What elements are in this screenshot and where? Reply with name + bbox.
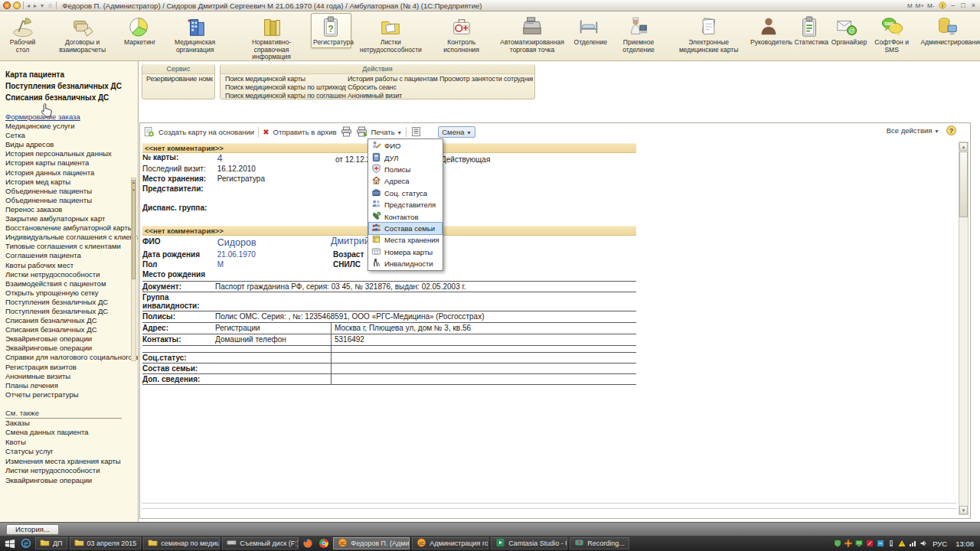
sidebar-item[interactable]: Сетка bbox=[5, 131, 138, 140]
last-name-value[interactable]: Сидоров bbox=[217, 237, 256, 248]
action-command[interactable]: Поиск медицинской карты bbox=[225, 75, 346, 83]
see-also-item[interactable]: Квоты bbox=[5, 438, 138, 448]
see-also-item[interactable]: Листки нетрудоспособности bbox=[5, 466, 138, 476]
menu-item-storage-box[interactable]: Места хранения bbox=[369, 234, 442, 246]
menu-item-disability-person[interactable]: Инвалидности bbox=[369, 258, 442, 269]
ribbon-section-pie-chart[interactable]: Маркетинг bbox=[122, 13, 155, 48]
printer-settings-icon[interactable] bbox=[356, 126, 368, 137]
sidebar-item[interactable]: Отчеты регистратуры bbox=[5, 390, 138, 399]
sidebar-item[interactable]: Эквайринговые операции bbox=[5, 344, 138, 353]
sidebar-item[interactable]: Открыть упрощенную сетку bbox=[5, 289, 138, 298]
sidebar-item[interactable]: Эквайринговые операции bbox=[5, 334, 138, 344]
ribbon-section-desk-lamp[interactable]: Рабочий стол bbox=[2, 13, 43, 55]
see-also-item[interactable]: Изменения места хранения карты bbox=[5, 457, 138, 467]
ribbon-section-registry-clipboard[interactable]: ?Регистратура bbox=[311, 13, 351, 48]
sidebar-primary-item[interactable]: Списания безналичных ДС bbox=[5, 92, 138, 103]
memory-button-mplus[interactable]: M+ bbox=[914, 2, 926, 9]
ribbon-section-manager-person[interactable]: Руководитель bbox=[748, 13, 789, 48]
sidebar-item[interactable]: Планы лечения bbox=[5, 381, 138, 390]
action-command[interactable]: Поиск медицинской карты по штрихкоду bbox=[225, 83, 346, 92]
menu-item-person-edit[interactable]: ФИО bbox=[369, 140, 442, 152]
all-actions-button[interactable]: Все действия ▼ bbox=[887, 126, 939, 135]
volume-icon[interactable] bbox=[920, 540, 927, 547]
menu-item-family-group[interactable]: Состава семьи bbox=[369, 223, 442, 234]
sidebar-item[interactable]: Анонимные визиты bbox=[5, 372, 138, 381]
chrome-icon[interactable] bbox=[317, 537, 331, 549]
taskbar-button[interactable]: 1САдминистрация гор... bbox=[412, 537, 488, 549]
sidebar-scrollbar-thumb[interactable]: ▴▾ bbox=[132, 180, 136, 279]
ribbon-section-admin-database[interactable]: Администрирование bbox=[918, 13, 978, 48]
birth-date-value[interactable]: 21.06.1970 bbox=[217, 250, 256, 259]
nav-forward-icon[interactable]: ▸ bbox=[33, 2, 38, 9]
taskbar-button[interactable]: 1СФедоров П. (Админи... bbox=[333, 537, 410, 549]
ribbon-section-softphone-sms[interactable]: SMSСофтФон и SMS bbox=[867, 13, 916, 55]
menu-item-representative-people[interactable]: Представителя bbox=[369, 199, 442, 210]
sidebar-item[interactable]: Квоты рабочих мест bbox=[5, 261, 138, 270]
ribbon-section-reference-books[interactable]: Нормативно-справочная информация bbox=[234, 13, 309, 63]
taskbar-button[interactable]: 03 апреля 2015 bbox=[70, 537, 142, 549]
see-also-item[interactable]: Смена данных пациента bbox=[5, 428, 138, 438]
form-scrollbar-thumb[interactable] bbox=[959, 152, 968, 217]
sidebar-item[interactable]: Перенос заказов bbox=[5, 205, 138, 214]
action-command[interactable]: Поиск медицинской карты по соглашению bbox=[225, 92, 346, 100]
network-icon[interactable] bbox=[909, 540, 916, 547]
sidebar-item[interactable]: История карты пациента bbox=[5, 158, 138, 168]
create-card-button[interactable]: Создать карту на основании bbox=[158, 128, 254, 136]
internet-explorer-icon[interactable]: e bbox=[19, 537, 33, 549]
report-icon[interactable] bbox=[410, 126, 422, 137]
ribbon-section-control-medkit[interactable]: Контроль исполнения bbox=[430, 13, 493, 55]
menu-item-social-briefcase[interactable]: Соц. статуса bbox=[369, 187, 442, 199]
sidebar-item[interactable]: Листки нетрудоспособности bbox=[5, 270, 138, 279]
sidebar-item[interactable]: Взаимодействия с пациентом bbox=[5, 279, 138, 289]
close-button[interactable]: × bbox=[970, 2, 977, 9]
sidebar-item[interactable]: Закрытие амбулаторных карт bbox=[5, 214, 138, 223]
sidebar-item[interactable]: Виды адресов bbox=[5, 140, 138, 149]
taskbar-button[interactable]: Camtasia Studio - U... bbox=[491, 537, 567, 549]
menu-item-contacts-phone[interactable]: Контактов bbox=[369, 210, 442, 222]
warning-icon[interactable]: ! bbox=[898, 540, 906, 547]
blue-app-icon[interactable] bbox=[877, 540, 884, 547]
flower-icon[interactable] bbox=[844, 540, 852, 547]
ribbon-section-med-cards[interactable]: Электронные медицинские карты bbox=[671, 13, 746, 55]
sidebar-primary-item[interactable]: Карта пациента bbox=[5, 69, 138, 80]
taskbar-button[interactable]: семинар по медици... bbox=[143, 537, 220, 549]
form-scrollbar[interactable]: ▲ ▼ bbox=[959, 142, 969, 515]
help-button[interactable]: ? bbox=[946, 126, 956, 135]
history-button[interactable]: История... bbox=[6, 524, 59, 535]
sidebar-scrollbar[interactable]: ▴▾ bbox=[131, 178, 136, 361]
action-command[interactable]: Сбросить сеанс bbox=[348, 83, 438, 92]
scroll-up-icon[interactable]: ▲ bbox=[959, 142, 968, 151]
sidebar-item[interactable]: Соглашения пациента bbox=[5, 251, 138, 260]
sex-value[interactable]: М bbox=[217, 260, 224, 269]
menu-item-polis-shield[interactable]: Полисы bbox=[369, 164, 442, 175]
ribbon-section-clinic-building[interactable]: Медицинская организация bbox=[158, 13, 232, 55]
action-command[interactable]: Просмотр занятости сотрудников bbox=[439, 75, 533, 83]
sidebar-item[interactable]: Типовые соглашения с клиентами bbox=[5, 242, 138, 251]
menu-item-address-house[interactable]: Адреса bbox=[369, 175, 442, 187]
sidebar-item[interactable]: Восстановление амбулаторной карты bbox=[5, 223, 138, 233]
menu-item-card-number-grid[interactable]: Номера карты bbox=[369, 246, 442, 258]
start-button[interactable] bbox=[3, 537, 17, 549]
restore-button[interactable]: □ bbox=[959, 2, 966, 9]
ribbon-section-contracts[interactable]: Договоры и взаиморасчеты bbox=[45, 13, 119, 55]
ribbon-section-statistics-clipboard[interactable]: Статистика bbox=[792, 13, 826, 48]
sidebar-item[interactable]: Формирование заказа bbox=[5, 112, 138, 122]
phone-icon[interactable] bbox=[887, 540, 895, 547]
nav-history-chevron-icon[interactable]: ▾ bbox=[40, 2, 44, 9]
info-icon[interactable]: i bbox=[939, 2, 946, 9]
sidebar-primary-item[interactable]: Поступления безналичных ДС bbox=[5, 80, 138, 92]
sidebar-item[interactable]: Объединенные пациенты bbox=[5, 187, 138, 196]
ribbon-section-cash-register[interactable]: Автоматизированная торговая точка bbox=[495, 13, 570, 55]
card-number-value[interactable]: 4 bbox=[217, 153, 223, 164]
sidebar-item[interactable]: Справки для налогового социального вы... bbox=[5, 353, 138, 362]
sidebar-item[interactable]: Индивидуальные соглашения с клиентами bbox=[5, 233, 138, 242]
send-to-archive-button[interactable]: Отправить в архив bbox=[273, 128, 337, 136]
sidebar-item[interactable]: Объединенные пациенты bbox=[5, 196, 138, 205]
favorites-star-icon[interactable]: ☆ bbox=[47, 2, 54, 9]
action-command[interactable]: История работы с пациентами bbox=[348, 75, 438, 83]
scroll-down-icon[interactable]: ▼ bbox=[959, 506, 968, 514]
shield-icon[interactable] bbox=[834, 540, 841, 547]
menu-item-id-document[interactable]: ДУЛ bbox=[369, 152, 442, 163]
see-also-item[interactable]: Статусы услуг bbox=[5, 447, 138, 457]
sidebar-item[interactable]: Медицинские услуги bbox=[5, 122, 138, 131]
